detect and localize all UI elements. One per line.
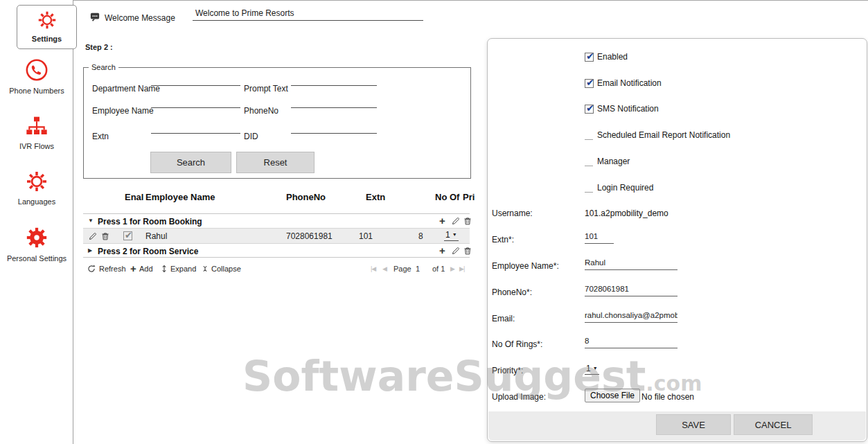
panel-footer: SAVE CANCEL: [488, 411, 866, 441]
plus-icon[interactable]: +: [130, 264, 136, 273]
table-toolbar: Refresh + Add Expand Collapse |◀ ◀ Page …: [83, 263, 470, 276]
expand-button[interactable]: Expand: [170, 265, 196, 273]
choose-file-button[interactable]: Choose File: [585, 389, 640, 402]
welcome-message-label: Welcome Message: [105, 13, 175, 23]
sidebar-item-personal-settings[interactable]: Personal Settings: [0, 226, 73, 263]
phoneno-field[interactable]: 7028061981: [585, 285, 677, 296]
employee-detail-panel: Enabled Email Notification SMS Notificat…: [487, 38, 867, 442]
username-label: Username:: [492, 208, 533, 218]
no-of-rings-field[interactable]: 8: [585, 337, 677, 348]
did-input[interactable]: [291, 121, 377, 134]
username-value: 101.a2pmobility_demo: [585, 208, 668, 218]
cell-no-of-rings: 8: [418, 231, 423, 241]
extn-field[interactable]: 101: [585, 232, 614, 244]
last-page-icon[interactable]: ▶|: [459, 265, 464, 272]
employee-name-field[interactable]: Rahul: [585, 258, 677, 270]
gear-filled-icon: [25, 226, 48, 249]
group-label: Press 2 for Room Service: [98, 247, 198, 256]
employee-name-input[interactable]: [151, 96, 240, 108]
phoneno-input[interactable]: [291, 96, 377, 108]
trash-icon[interactable]: [463, 217, 472, 225]
priority-select-value: 1: [586, 364, 591, 373]
email-field[interactable]: rahul.chonsaliya@a2pmobi: [585, 311, 677, 323]
col-header-phoneno: PhoneNo: [286, 192, 326, 202]
page-of-label: of 1: [432, 265, 445, 273]
cancel-button[interactable]: CANCEL: [734, 414, 813, 435]
sidebar: Settings Phone Numbers IVR Flows Languag…: [0, 0, 73, 444]
sidebar-item-label: IVR Flows: [0, 142, 73, 150]
expand-triangle-icon[interactable]: ▶: [88, 247, 92, 254]
page-input[interactable]: 1: [416, 265, 420, 273]
col-header-extn: Extn: [366, 192, 385, 202]
scheduled-email-report-checkbox[interactable]: [585, 132, 593, 140]
collapse-button[interactable]: Collapse: [211, 265, 241, 273]
refresh-icon[interactable]: [87, 265, 96, 273]
group-label: Press 1 for Room Booking: [98, 217, 202, 227]
manager-checkbox[interactable]: [585, 159, 593, 166]
extn-input[interactable]: [151, 121, 240, 134]
sidebar-item-languages[interactable]: Languages: [0, 170, 73, 206]
search-button[interactable]: Search: [150, 152, 231, 173]
message-icon: [90, 12, 100, 21]
employee-name-label: Employee Name*:: [492, 261, 559, 271]
enabled-checkbox[interactable]: [585, 53, 594, 62]
sidebar-item-label: Personal Settings: [0, 254, 73, 263]
priority-select-value: 1: [445, 230, 450, 240]
employee-name-label: Employee Name: [92, 106, 154, 116]
prompt-text-input[interactable]: [291, 73, 377, 86]
expand-icon[interactable]: [160, 265, 168, 273]
upload-image-label: Upload Image:: [492, 392, 546, 402]
no-of-rings-label: No Of Rings*:: [492, 339, 542, 349]
sms-notification-checkbox[interactable]: [585, 105, 594, 114]
trash-icon[interactable]: [463, 247, 472, 255]
col-header-employee-name: Employee Name: [145, 192, 215, 202]
department-name-label: Department Name: [92, 84, 160, 94]
priority-select[interactable]: 1▼: [585, 364, 599, 375]
manager-label: Manager: [597, 157, 630, 166]
ivr-flow-icon: [25, 115, 48, 137]
edit-icon[interactable]: [89, 232, 97, 240]
file-chosen-status: No file chosen: [641, 392, 694, 402]
add-button[interactable]: Add: [139, 265, 153, 273]
main-content: Welcome Message Welcome to Prime Resorts…: [73, 0, 487, 444]
first-page-icon[interactable]: |◀: [371, 265, 375, 272]
refresh-button[interactable]: Refresh: [99, 265, 126, 273]
login-required-checkbox[interactable]: [585, 185, 593, 193]
welcome-message-input[interactable]: Welcome to Prime Resorts: [193, 8, 423, 21]
cell-extn: 101: [359, 231, 373, 241]
collapse-icon[interactable]: [201, 265, 209, 273]
col-header-no-of: No Of: [435, 192, 459, 202]
sidebar-item-settings[interactable]: Settings: [17, 5, 77, 49]
did-label: DID: [244, 132, 258, 141]
cell-phoneno: 7028061981: [286, 231, 333, 241]
group-row-press-2[interactable]: ▶ Press 2 for Room Service +: [83, 243, 470, 258]
department-name-input[interactable]: [151, 73, 240, 86]
sidebar-item-phone-numbers[interactable]: Phone Numbers: [0, 58, 73, 95]
scheduled-email-report-label: Scheduled Email Report Notification: [597, 130, 730, 140]
add-child-icon[interactable]: +: [439, 216, 445, 225]
edit-icon[interactable]: [452, 217, 460, 225]
add-child-icon[interactable]: +: [439, 246, 445, 255]
reset-button[interactable]: Reset: [236, 152, 315, 173]
priority-select[interactable]: 1▼: [444, 230, 459, 241]
collapse-triangle-icon[interactable]: ▼: [88, 217, 94, 224]
save-button[interactable]: SAVE: [656, 414, 731, 435]
sidebar-item-label: Languages: [0, 197, 73, 206]
enabled-checkbox-label: Enabled: [597, 52, 628, 62]
group-row-press-1[interactable]: ▼ Press 1 for Room Booking +: [83, 213, 470, 228]
enabled-checkbox[interactable]: [123, 231, 132, 240]
email-notification-checkbox[interactable]: [585, 79, 594, 88]
sidebar-item-label: Settings: [17, 35, 76, 43]
extn-label: Extn*:: [492, 235, 514, 245]
sidebar-item-label: Phone Numbers: [0, 87, 73, 95]
chevron-down-icon: ▼: [452, 232, 457, 237]
table-row[interactable]: Rahul 7028061981 101 8 1▼: [83, 228, 470, 243]
priority-label: Priority*:: [492, 366, 523, 375]
prev-page-icon[interactable]: ◀: [382, 265, 387, 272]
extn-label: Extn: [92, 132, 109, 141]
sidebar-item-ivr-flows[interactable]: IVR Flows: [0, 115, 73, 150]
col-header-priority: Pri: [463, 192, 475, 202]
next-page-icon[interactable]: ▶: [450, 265, 454, 272]
trash-icon[interactable]: [101, 232, 109, 240]
edit-icon[interactable]: [452, 247, 460, 255]
